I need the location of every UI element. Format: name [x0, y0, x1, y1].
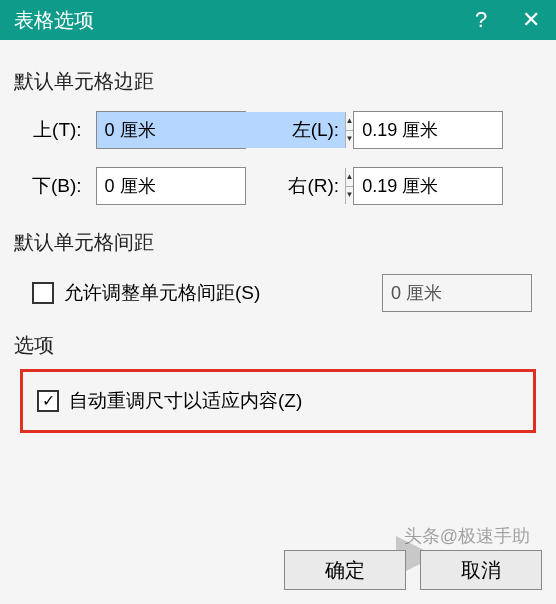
ok-button[interactable]: 确定 [284, 550, 406, 590]
close-icon: ✕ [522, 7, 540, 33]
left-label: 左(L): [288, 117, 339, 143]
close-button[interactable]: ✕ [506, 0, 556, 40]
right-label: 右(R): [288, 173, 339, 199]
autofit-highlight: ✓ 自动重调尺寸以适应内容(Z) [20, 369, 536, 433]
dialog-body: 默认单元格边距 上(T): ▲▼ 左(L): ▲▼ 下(B): ▲▼ 右(R):… [0, 40, 556, 604]
bottom-spinbox[interactable]: ▲▼ [96, 167, 246, 205]
spacing-checkbox[interactable]: 允许调整单元格间距(S) [32, 280, 260, 306]
top-spinbox[interactable]: ▲▼ [96, 111, 246, 149]
options-section-label: 选项 [14, 332, 542, 359]
margins-section-label: 默认单元格边距 [14, 68, 542, 95]
autofit-checkbox[interactable]: ✓ 自动重调尺寸以适应内容(Z) [37, 388, 519, 414]
autofit-checkbox-label: 自动重调尺寸以适应内容(Z) [69, 388, 302, 414]
help-button[interactable]: ? [456, 0, 506, 40]
spacing-row: 允许调整单元格间距(S) ▲▼ [14, 266, 542, 318]
right-input[interactable] [354, 168, 556, 204]
spacing-checkbox-label: 允许调整单元格间距(S) [64, 280, 260, 306]
window-title: 表格选项 [14, 7, 94, 34]
margins-grid: 上(T): ▲▼ 左(L): ▲▼ 下(B): ▲▼ 右(R): ▲▼ [14, 105, 542, 215]
button-row: 确定 取消 [284, 550, 542, 590]
checkbox-icon [32, 282, 54, 304]
bottom-label: 下(B): [32, 173, 82, 199]
titlebar: 表格选项 ? ✕ [0, 0, 556, 40]
spacing-input [383, 275, 556, 311]
help-icon: ? [475, 7, 487, 33]
left-spinbox[interactable]: ▲▼ [353, 111, 503, 149]
top-label: 上(T): [32, 117, 82, 143]
spacing-spinbox: ▲▼ [382, 274, 532, 312]
cancel-button[interactable]: 取消 [420, 550, 542, 590]
left-input[interactable] [354, 112, 556, 148]
watermark-text: 头条@极速手助 [404, 524, 530, 548]
checkbox-checked-icon: ✓ [37, 390, 59, 412]
right-spinbox[interactable]: ▲▼ [353, 167, 503, 205]
spacing-section-label: 默认单元格间距 [14, 229, 542, 256]
